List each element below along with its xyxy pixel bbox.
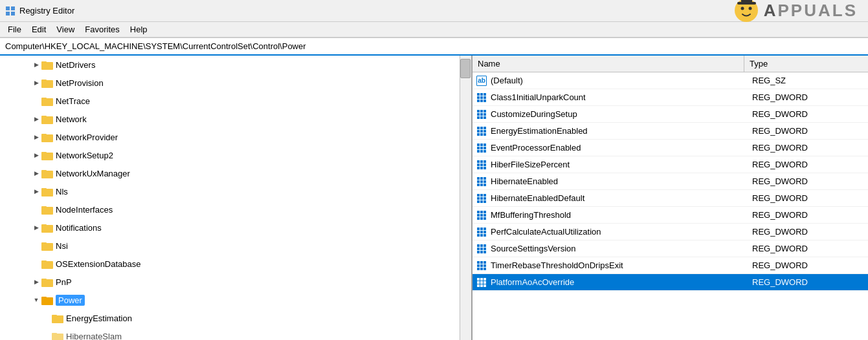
svg-rect-38 (52, 315, 57, 317)
dword-value-icon (475, 259, 488, 272)
tree-item[interactable]: HibernateSlam (0, 327, 471, 340)
value-name: HibernateEnabledDefault (488, 193, 747, 203)
tree-item[interactable]: Nsi (0, 237, 471, 255)
folder-icon (41, 168, 53, 178)
menu-item-favorites[interactable]: Favorites (80, 23, 124, 36)
tree-container[interactable]: ▶ NetDrivers▶ NetProvision NetTrace▶ Net… (0, 56, 471, 340)
values-rows[interactable]: ab(Default)REG_SZ Class1InitialUnparkCou… (473, 72, 868, 291)
tree-item[interactable]: ▼ Power (0, 291, 471, 309)
tree-chevron-icon: ▶ (31, 132, 41, 142)
value-row[interactable]: PlatformAoAcOverrideREG_DWORD (473, 274, 868, 291)
svg-rect-106 (484, 211, 486, 213)
value-name: TimerRebaseThresholdOnDripsExit (488, 260, 747, 270)
appuals-text2: PPUALS (778, 1, 858, 21)
col-header-type: Type (744, 56, 868, 72)
value-row[interactable]: Class1InitialUnparkCountREG_DWORD (473, 89, 868, 106)
svg-rect-129 (480, 251, 483, 253)
value-name: PerfCalculateActualUtilization (488, 227, 747, 237)
tree-item[interactable]: ▶ NetworkProvider (0, 128, 471, 146)
svg-rect-51 (480, 110, 483, 112)
value-row[interactable]: TimerRebaseThresholdOnDripsExitREG_DWORD (473, 257, 868, 274)
value-row[interactable]: HibernateEnabledDefaultREG_DWORD (473, 190, 868, 207)
menu-item-file[interactable]: File (3, 23, 27, 36)
tree-item[interactable]: ▶ Notifications (0, 218, 471, 237)
svg-rect-12 (41, 80, 47, 81)
dword-value-icon (475, 91, 488, 104)
tree-item[interactable]: NodeInterfaces (0, 200, 471, 218)
value-row[interactable]: ab(Default)REG_SZ (473, 72, 868, 89)
svg-rect-76 (484, 150, 486, 153)
svg-rect-79 (484, 160, 486, 163)
svg-rect-18 (41, 134, 47, 136)
tree-item[interactable]: EnergyEstimation (0, 309, 471, 327)
app-title: Registry Editor (19, 6, 74, 16)
svg-point-5 (740, 7, 744, 10)
svg-rect-103 (484, 200, 486, 203)
tree-panel[interactable]: ▶ NetDrivers▶ NetProvision NetTrace▶ Net… (0, 56, 473, 340)
folder-icon (41, 186, 53, 197)
value-row[interactable]: MfBufferingThresholdREG_DWORD (473, 207, 868, 224)
scrollbar-track[interactable] (460, 56, 471, 340)
svg-rect-70 (484, 143, 486, 146)
tree-item[interactable]: OSExtensionDatabase (0, 255, 471, 273)
menu-item-edit[interactable]: Edit (27, 23, 51, 36)
svg-rect-86 (477, 177, 480, 180)
tree-item[interactable]: ▶ Network (0, 110, 471, 128)
tree-item[interactable]: ▶ NetworkUxManager (0, 164, 471, 182)
tree-item[interactable]: ▶ Nls (0, 182, 471, 200)
svg-rect-97 (484, 194, 486, 197)
value-row[interactable]: CustomizeDuringSetupREG_DWORD (473, 106, 868, 123)
tree-item[interactable]: NetTrace (0, 92, 471, 110)
svg-rect-80 (477, 164, 480, 166)
svg-rect-24 (41, 188, 47, 190)
tree-item[interactable]: ▶ NetProvision (0, 74, 471, 92)
svg-rect-89 (477, 180, 480, 183)
svg-rect-117 (480, 231, 483, 233)
tree-item-label: HibernateSlam (66, 332, 122, 341)
svg-rect-146 (477, 284, 480, 287)
address-path: Computer\HKEY_LOCAL_MACHINE\SYSTEM\Curre… (5, 41, 306, 51)
value-row[interactable]: HiberFileSizePercentREG_DWORD (473, 156, 868, 173)
app-icon (5, 6, 16, 16)
svg-rect-131 (477, 261, 480, 264)
value-row[interactable]: SourceSettingsVersionREG_DWORD (473, 240, 868, 257)
svg-rect-139 (484, 268, 486, 270)
value-name: SourceSettingsVersion (488, 244, 747, 253)
tree-item[interactable]: ▶ NetworkSetup2 (0, 146, 471, 164)
value-type: REG_SZ (747, 76, 868, 85)
value-row[interactable]: HibernateEnabledREG_DWORD (473, 173, 868, 190)
svg-rect-123 (480, 244, 483, 247)
tree-item-label: Notifications (56, 223, 102, 233)
folder-icon (41, 259, 53, 269)
svg-rect-32 (41, 260, 47, 262)
svg-rect-105 (480, 211, 483, 213)
svg-rect-142 (484, 278, 486, 281)
folder-icon (52, 331, 63, 340)
tree-item[interactable]: ▶ PnP (0, 273, 471, 291)
values-panel[interactable]: Name Type ab(Default)REG_SZ Class1Initia… (473, 56, 868, 340)
value-name: Class1InitialUnparkCount (488, 92, 747, 102)
svg-rect-60 (480, 127, 483, 129)
svg-rect-133 (484, 261, 486, 264)
svg-rect-46 (484, 96, 486, 99)
svg-rect-126 (480, 248, 483, 250)
tree-item-label: NetworkUxManager (56, 169, 130, 178)
tree-chevron-icon: ▶ (31, 222, 41, 233)
scrollbar-thumb[interactable] (460, 59, 471, 78)
value-type: REG_DWORD (747, 227, 868, 237)
svg-rect-64 (484, 130, 486, 133)
svg-rect-36 (41, 297, 47, 299)
value-row[interactable]: EnergyEstimationEnabledREG_DWORD (473, 123, 868, 140)
tree-chevron-icon: ▶ (31, 78, 41, 88)
value-row[interactable]: EventProcessorEnabledREG_DWORD (473, 140, 868, 156)
tree-item-label: Network (56, 114, 87, 124)
menu-item-view[interactable]: View (51, 23, 80, 36)
menu-item-help[interactable]: Help (125, 23, 153, 36)
svg-rect-28 (41, 224, 47, 226)
svg-rect-83 (477, 167, 480, 169)
svg-rect-136 (484, 264, 486, 267)
value-row[interactable]: PerfCalculateActualUtilizationREG_DWORD (473, 224, 868, 240)
svg-rect-43 (484, 93, 486, 96)
tree-item[interactable]: ▶ NetDrivers (0, 56, 471, 74)
string-value-icon: ab (475, 74, 488, 87)
